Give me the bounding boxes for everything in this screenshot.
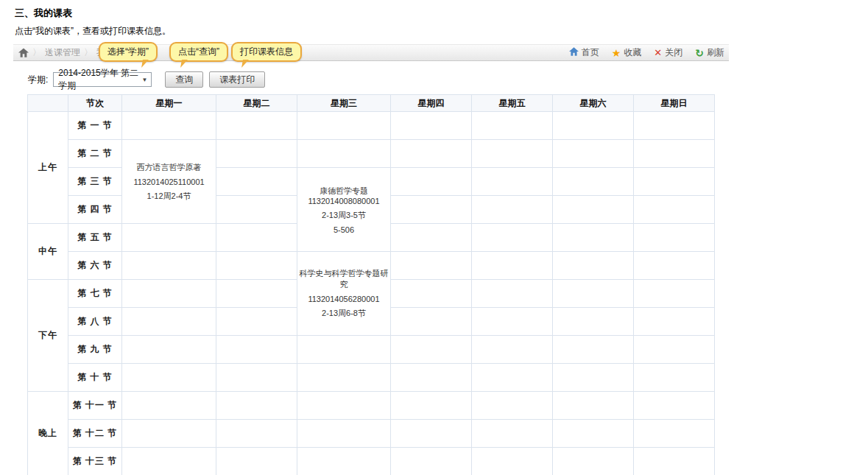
timetable-row: 晚上第 十一 节 <box>28 392 715 420</box>
semester-select-value: 2014-2015学年 第二学期 <box>58 67 141 92</box>
nav-home-label: 首页 <box>582 46 599 59</box>
header-day-1: 星期一 <box>122 95 216 112</box>
empty-slot-cell <box>122 448 216 475</box>
empty-slot-cell <box>216 448 297 475</box>
empty-slot-cell <box>216 112 297 140</box>
timetable-row: 第 十二 节 <box>28 420 715 448</box>
nav-home-button[interactable]: 首页 <box>569 46 599 59</box>
timetable-row: 第 六 节科学史与科学哲学专题研究11320140562800012-13周6-… <box>28 252 715 280</box>
course-line: 科学史与科学哲学专题研究 <box>297 268 390 290</box>
breadcrumb-separator: 〉 <box>32 46 41 59</box>
period-cell: 第 六 节 <box>68 252 122 280</box>
period-cell: 第 十二 节 <box>68 420 122 448</box>
empty-slot-cell <box>391 336 472 364</box>
empty-slot-cell <box>297 336 391 364</box>
period-cell: 第 五 节 <box>68 224 122 252</box>
empty-slot-cell <box>553 392 634 420</box>
empty-slot-cell <box>472 308 553 336</box>
empty-slot-cell <box>553 308 634 336</box>
timetable-row: 上午第 一 节 <box>28 112 715 140</box>
page-title: 三、我的课表 <box>15 7 868 20</box>
empty-slot-cell <box>216 280 297 308</box>
filter-bar: 学期: 2014-2015学年 第二学期 ▼ 查询 课表打印 <box>28 71 868 88</box>
print-timetable-button[interactable]: 课表打印 <box>209 71 265 88</box>
course-line: 2-13周6-8节 <box>297 308 390 319</box>
empty-slot-cell <box>553 112 634 140</box>
empty-slot-cell <box>216 252 297 280</box>
empty-slot-cell <box>122 364 216 392</box>
toolbar: 〉 送课管理 〉 我的课表 选择“学期” 点击“查询” 打印课表信息 首页 <box>13 44 729 61</box>
callout-tail <box>138 60 149 68</box>
empty-slot-cell <box>634 308 715 336</box>
empty-slot-cell <box>553 364 634 392</box>
empty-slot-cell <box>472 420 553 448</box>
header-day-6: 星期六 <box>553 95 634 112</box>
empty-slot-cell <box>472 448 553 475</box>
empty-slot-cell <box>216 392 297 420</box>
time-group-cell: 上午 <box>28 112 68 224</box>
period-cell: 第 七 节 <box>68 280 122 308</box>
empty-slot-cell <box>297 364 391 392</box>
empty-slot-cell <box>391 308 472 336</box>
timetable-row: 第 十三 节 <box>28 448 715 475</box>
empty-slot-cell <box>297 112 391 140</box>
empty-slot-cell <box>297 140 391 168</box>
course-line: 西方语言哲学原著 <box>122 162 216 173</box>
course-cell: 科学史与科学哲学专题研究11320140562800012-13周6-8节 <box>297 252 391 336</box>
empty-slot-cell <box>122 224 216 252</box>
callout-click-query-text: 点击“查询” <box>178 46 219 57</box>
course-cell: 康德哲学专题11320140080800012-13周3-5节5-506 <box>297 168 391 252</box>
empty-slot-cell <box>634 224 715 252</box>
empty-slot-cell <box>634 168 715 196</box>
empty-slot-cell <box>553 280 634 308</box>
course-line: 1132014056280001 <box>297 295 390 303</box>
empty-slot-cell <box>391 252 472 280</box>
callout-print-info-text: 打印课表信息 <box>240 46 293 57</box>
period-cell: 第 一 节 <box>68 112 122 140</box>
empty-slot-cell <box>297 392 391 420</box>
refresh-label: 刷新 <box>707 46 724 59</box>
empty-slot-cell <box>122 336 216 364</box>
page-instruction: 点击“我的课表”，查看或打印课表信息。 <box>15 25 868 38</box>
course-line: 2-13周3-5节 <box>297 210 390 221</box>
empty-slot-cell <box>216 308 297 336</box>
period-cell: 第 九 节 <box>68 336 122 364</box>
empty-slot-cell <box>391 168 472 196</box>
empty-slot-cell <box>634 140 715 168</box>
close-icon: ✕ <box>654 48 662 57</box>
empty-slot-cell <box>553 168 634 196</box>
home-icon[interactable] <box>18 48 29 57</box>
header-day-3: 星期三 <box>297 95 391 112</box>
callout-select-semester: 选择“学期” <box>99 42 158 62</box>
empty-slot-cell <box>553 252 634 280</box>
empty-slot-cell <box>553 448 634 475</box>
empty-slot-cell <box>472 252 553 280</box>
empty-slot-cell <box>634 420 715 448</box>
empty-slot-cell <box>391 392 472 420</box>
breadcrumb-item-course-mgmt[interactable]: 送课管理 <box>45 46 80 59</box>
semester-select[interactable]: 2014-2015学年 第二学期 ▼ <box>53 72 152 87</box>
refresh-button[interactable]: ↻ 刷新 <box>695 46 724 59</box>
timetable-row: 第 十 节 <box>28 364 715 392</box>
empty-slot-cell <box>391 280 472 308</box>
refresh-icon: ↻ <box>695 48 704 58</box>
course-cell: 西方语言哲学原著11320140251100011-12周2-4节 <box>122 140 216 224</box>
empty-slot-cell <box>472 392 553 420</box>
empty-slot-cell <box>391 364 472 392</box>
period-cell: 第 十三 节 <box>68 448 122 475</box>
period-cell: 第 四 节 <box>68 196 122 224</box>
query-button[interactable]: 查询 <box>165 71 203 88</box>
header-day-2: 星期二 <box>216 95 297 112</box>
period-cell: 第 二 节 <box>68 140 122 168</box>
empty-slot-cell <box>216 196 297 224</box>
empty-slot-cell <box>634 364 715 392</box>
home-icon <box>569 47 579 58</box>
close-button[interactable]: ✕ 关闭 <box>654 46 682 59</box>
course-line: 1132014025110001 <box>122 177 216 186</box>
favorite-button[interactable]: ★ 收藏 <box>612 46 642 59</box>
empty-slot-cell <box>553 224 634 252</box>
empty-slot-cell <box>391 112 472 140</box>
empty-slot-cell <box>122 392 216 420</box>
time-group-cell: 中午 <box>28 224 68 280</box>
empty-slot-cell <box>122 420 216 448</box>
